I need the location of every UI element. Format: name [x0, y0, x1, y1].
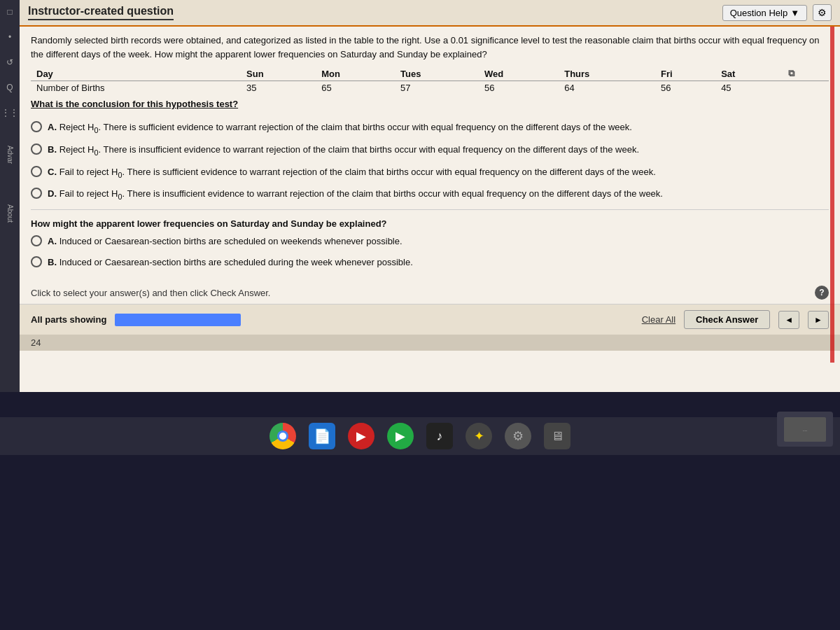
option-label-c: C. — [48, 167, 59, 177]
main-content: Instructor-created question Question Hel… — [20, 0, 840, 392]
click-instruction: Click to select your answer(s) and then … — [20, 281, 840, 304]
option-row-a: A. Reject H0. There is sufficient eviden… — [31, 120, 829, 136]
sub-option-text-b: B. Induced or Caesarean-section births a… — [48, 255, 413, 270]
sub-option-label-a: A. — [48, 236, 59, 246]
sub-option-text-a: A. Induced or Caesarean-section births a… — [48, 234, 402, 248]
option-text-b: B. Reject H0. There is insufficient evid… — [48, 143, 639, 158]
taskbar-green-icon[interactable]: ▶ — [387, 423, 414, 449]
page-number: 24 — [31, 337, 41, 348]
left-sidebar: □ • ↺ Q ⋮⋮ Advar About — [0, 0, 20, 392]
question-help-label: Question Help — [730, 8, 788, 18]
table-header-fri: Fri — [655, 66, 715, 81]
option-label-d: D. — [48, 188, 59, 199]
radio-sub-option-b[interactable] — [31, 256, 42, 267]
table-cell-empty — [783, 81, 829, 95]
sidebar-icon-2[interactable]: • — [4, 31, 16, 43]
taskbar-chrome-icon[interactable] — [270, 423, 296, 449]
nav-next-button[interactable]: ► — [808, 311, 829, 329]
table-cell-wed: 56 — [479, 81, 559, 95]
taskbar-gear-icon[interactable]: ⚙ — [505, 423, 531, 449]
sub-option-label-b: B. — [48, 257, 59, 267]
option-text-d: D. Fail to reject H0. There is insuffici… — [48, 187, 663, 202]
all-parts-label: All parts showing — [31, 314, 106, 325]
taskbar-star-icon[interactable]: ✦ — [465, 423, 492, 449]
radio-option-a[interactable] — [31, 121, 42, 132]
table-header-sun: Sun — [241, 66, 316, 81]
page-title: Instructor-created question — [28, 5, 174, 20]
section-divider — [31, 209, 829, 210]
option-label-b: B. — [48, 144, 59, 155]
question-body: Randomly selected birth records were obt… — [20, 27, 840, 120]
table-header-day: Day — [31, 66, 241, 81]
hypothesis-question: What is the conclusion for this hypothes… — [31, 99, 829, 109]
sidebar-icon-1[interactable]: □ — [4, 6, 16, 18]
question-help-button[interactable]: Question Help ▼ — [722, 5, 807, 21]
sub-option-row-b: B. Induced or Caesarean-section births a… — [31, 255, 829, 270]
settings-gear-button[interactable]: ⚙ — [813, 4, 832, 21]
taskbar: 📄 ▶ ▶ ♪ ✦ ⚙ 🖥 — [0, 417, 840, 455]
option-text-c: C. Fail to reject H0. There is sufficien… — [48, 165, 656, 181]
thumbnail-preview: ... — [777, 412, 833, 447]
page-number-bar: 24 — [20, 335, 840, 351]
table-header-tues: Tues — [395, 66, 479, 81]
taskbar-play-icon[interactable]: ▶ — [348, 423, 374, 449]
radio-option-c[interactable] — [31, 166, 42, 177]
dark-background — [0, 455, 840, 630]
table-cell-sun: 35 — [241, 81, 316, 95]
table-cell-thurs: 64 — [559, 81, 655, 95]
options-section: A. Reject H0. There is sufficient eviden… — [20, 120, 840, 202]
about-label: About — [6, 204, 14, 223]
sidebar-icon-3[interactable]: ↺ — [4, 56, 16, 69]
table-header-mon: Mon — [316, 66, 395, 81]
adv-label: Advar — [6, 146, 14, 164]
sub-question-section: How might the apparent lower frequencies… — [20, 216, 840, 281]
help-button[interactable]: ? — [815, 286, 829, 300]
option-row-d: D. Fail to reject H0. There is insuffici… — [31, 187, 829, 202]
question-text: Randomly selected birth records were obt… — [31, 34, 829, 61]
click-instruction-text: Click to select your answer(s) and then … — [31, 288, 270, 298]
check-answer-button[interactable]: Check Answer — [684, 310, 770, 329]
radio-option-b[interactable] — [31, 144, 42, 155]
table-cell-tues: 57 — [395, 81, 479, 95]
taskbar-file-icon[interactable]: 📄 — [309, 423, 335, 449]
dropdown-arrow-icon: ▼ — [790, 8, 799, 18]
header-right: Question Help ▼ ⚙ — [722, 4, 832, 21]
table-header-sat: Sat — [715, 66, 783, 81]
option-row-c: C. Fail to reject H0. There is sufficien… — [31, 165, 829, 181]
table-header-thurs: Thurs — [559, 66, 655, 81]
table-cell-mon: 65 — [316, 81, 395, 95]
table-cell-sat: 45 — [715, 81, 783, 95]
sub-option-row-a: A. Induced or Caesarean-section births a… — [31, 234, 829, 248]
bottom-bar: All parts showing Clear All Check Answer… — [20, 304, 840, 335]
option-row-b: B. Reject H0. There is insufficient evid… — [31, 143, 829, 158]
table-cell-fri: 56 — [655, 81, 715, 95]
taskbar-monitor-icon[interactable]: 🖥 — [544, 423, 570, 449]
option-label-a: A. — [48, 122, 59, 132]
progress-bar — [115, 314, 241, 326]
nav-prev-button[interactable]: ◄ — [778, 311, 799, 329]
radio-option-d[interactable] — [31, 188, 42, 199]
births-data-table: Day Sun Mon Tues Wed Thurs Fri Sat ⧉ Num… — [31, 66, 829, 94]
table-header-wed: Wed — [479, 66, 559, 81]
sidebar-icon-search[interactable]: Q — [4, 81, 16, 94]
option-text-a: A. Reject H0. There is sufficient eviden… — [48, 120, 632, 136]
taskbar-music-icon[interactable]: ♪ — [426, 423, 453, 449]
clear-all-button[interactable]: Clear All — [642, 314, 676, 325]
sub-question-text: How might the apparent lower frequencies… — [31, 218, 829, 229]
radio-sub-option-a[interactable] — [31, 235, 42, 246]
scroll-indicator — [830, 27, 834, 363]
table-header-copy-icon: ⧉ — [783, 66, 829, 81]
sidebar-icon-grid[interactable]: ⋮⋮ — [4, 106, 16, 119]
header-bar: Instructor-created question Question Hel… — [20, 0, 840, 27]
table-row-label: Number of Births — [31, 81, 241, 95]
